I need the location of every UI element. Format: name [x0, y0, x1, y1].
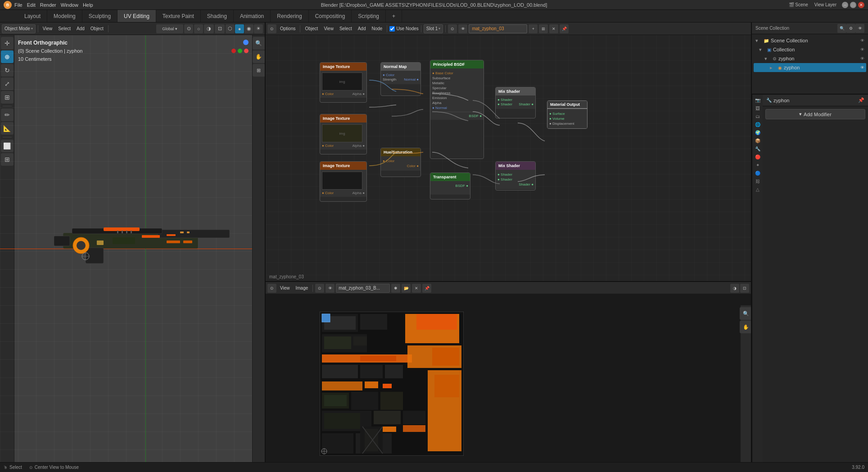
node-principled-bsdf[interactable]: Principled BSDF ● Base Color Subsurface …: [430, 60, 484, 159]
uv-pin2-btn[interactable]: 📌: [422, 284, 431, 293]
snap-btn[interactable]: ⊙: [184, 24, 193, 33]
maximize-button[interactable]: □: [850, 2, 856, 8]
view-layer-props-icon[interactable]: 🗂: [754, 113, 761, 120]
uv-new-btn[interactable]: ✱: [391, 284, 400, 293]
properties-pin-btn[interactable]: 📌: [858, 97, 864, 103]
grid-view-btn[interactable]: ⊞: [253, 64, 265, 77]
output-props-icon[interactable]: 🖼: [754, 104, 761, 112]
outliner-filter-btn[interactable]: 🔍: [837, 24, 846, 33]
physics-props-icon[interactable]: 🔵: [754, 169, 761, 177]
world-props-icon[interactable]: 🌍: [754, 129, 761, 136]
menu-render[interactable]: Render: [40, 2, 56, 8]
outliner-item-collection[interactable]: ▾ ▣ Collection 👁: [754, 45, 866, 54]
uv-image-name[interactable]: mat_zyphon_03_B...: [336, 284, 390, 293]
mat-x-btn[interactable]: ✕: [549, 24, 558, 33]
close-button[interactable]: ✕: [858, 2, 864, 8]
uv-pan-btn[interactable]: ✋: [740, 321, 751, 333]
global-transform-btn[interactable]: Global ▾: [156, 24, 183, 33]
material-preview-btn[interactable]: ◉: [244, 24, 253, 33]
mesh-props-icon[interactable]: △: [754, 186, 761, 193]
object-menu[interactable]: Object: [88, 25, 106, 32]
select-menu[interactable]: Select: [56, 25, 73, 32]
wireframe-btn[interactable]: ⬡: [226, 24, 235, 33]
zyphon-mesh-vis-icon[interactable]: 👁: [860, 65, 864, 70]
node-object-menu[interactable]: Object: [303, 25, 320, 32]
node-lower-1[interactable]: Hue/Saturation ● Color Color ●: [380, 148, 421, 177]
zyphon-group-vis-icon[interactable]: 👁: [860, 56, 864, 61]
shader-props-icon[interactable]: 🔴: [754, 153, 761, 160]
overlay-btn[interactable]: ◑: [204, 24, 214, 33]
mat-sphere-icon[interactable]: ⊙: [448, 24, 457, 33]
grab-tool[interactable]: ✋: [253, 50, 265, 63]
minimize-button[interactable]: ─: [842, 2, 848, 8]
menu-file[interactable]: File: [14, 2, 23, 8]
tab-modeling[interactable]: Modeling: [47, 10, 82, 22]
outliner-visibility-btn[interactable]: 👁: [855, 24, 864, 33]
add-menu[interactable]: Add: [74, 25, 87, 32]
use-nodes-toggle[interactable]: Use Nodes: [389, 26, 418, 32]
slot-dropdown[interactable]: Slot 1 ▾: [424, 24, 443, 33]
node-type-selector[interactable]: ⊙: [267, 24, 276, 33]
tab-layout[interactable]: Layout: [18, 10, 47, 22]
mat-add-btn[interactable]: +: [529, 24, 538, 33]
mat-browse-btn[interactable]: ⊞: [539, 24, 548, 33]
node-add-menu[interactable]: Add: [356, 25, 368, 32]
node-lower-2[interactable]: Transparent BSDF ●: [430, 172, 470, 200]
uv-image-menu[interactable]: Image: [294, 285, 311, 291]
uv-img-sphere[interactable]: ⊙: [315, 284, 324, 293]
uv-display-btn[interactable]: ◑: [730, 284, 739, 293]
material-name-field[interactable]: [469, 24, 527, 33]
particles-props-icon[interactable]: ✦: [754, 161, 761, 168]
node-material-output[interactable]: Material Output ● Surface ● Volume ● Dis…: [547, 100, 588, 129]
tab-plus[interactable]: +: [386, 10, 402, 22]
mat-eye-icon[interactable]: 👁: [458, 24, 467, 33]
xray-btn[interactable]: ⊡: [215, 24, 225, 33]
tab-sculpting[interactable]: Sculpting: [82, 10, 118, 22]
mat-pin-btn[interactable]: 📌: [560, 24, 569, 33]
outliner-settings-btn[interactable]: ⚙: [846, 24, 855, 33]
uv-pin-btn[interactable]: ✕: [412, 284, 421, 293]
uv-view-menu[interactable]: View: [278, 285, 292, 291]
visibility-eye-icon[interactable]: 👁: [860, 38, 864, 43]
node-image-texture-3[interactable]: Image Texture ● Color Alpha ●: [320, 161, 367, 202]
modifier-props-icon active[interactable]: 🔧: [754, 145, 761, 152]
add-modifier-button[interactable]: ▾ Add Modifier: [765, 109, 865, 119]
node-mix-shader[interactable]: Mix Shader ● Shader ● ShaderShader ●: [495, 87, 536, 118]
node-node-menu[interactable]: Node: [369, 25, 384, 32]
rendered-btn[interactable]: ☀: [254, 24, 263, 33]
col-vis-icon[interactable]: 👁: [860, 47, 864, 52]
tab-rendering[interactable]: Rendering: [271, 10, 308, 22]
uv-zoom-btn[interactable]: 🔍: [740, 307, 751, 320]
outliner-item-zyphon-group[interactable]: ▾ ⚙ zyphon 👁: [754, 54, 866, 63]
node-options-menu[interactable]: Options: [278, 25, 298, 32]
tab-texture-paint[interactable]: Texture Paint: [156, 10, 201, 22]
node-image-texture-1[interactable]: Image Texture img ● Color Alpha ●: [320, 62, 367, 103]
proportional-edit-btn[interactable]: ○: [194, 24, 203, 33]
menu-edit[interactable]: Edit: [27, 2, 36, 8]
tab-shading[interactable]: Shading: [201, 10, 234, 22]
tab-compositing[interactable]: Compositing: [309, 10, 352, 22]
menu-window[interactable]: Window: [61, 2, 78, 8]
tab-animation[interactable]: Animation: [234, 10, 271, 22]
scene-props-icon[interactable]: 🌐: [754, 121, 761, 128]
uv-type-selector[interactable]: ⊙: [267, 284, 276, 293]
uv-open-btn[interactable]: 📂: [402, 284, 411, 293]
node-view-menu[interactable]: View: [321, 25, 336, 32]
node-normal-map[interactable]: Normal Map ● Color StrengthNormal ●: [380, 62, 421, 96]
render-props-icon[interactable]: 📷: [754, 96, 761, 104]
constraints-props-icon[interactable]: ⛓: [754, 177, 761, 185]
solid-btn[interactable]: ●: [235, 24, 244, 33]
tab-uv-editing[interactable]: UV Editing: [118, 10, 156, 22]
zoom-in-btn[interactable]: 🔍: [253, 37, 265, 50]
use-nodes-checkbox[interactable]: [389, 26, 395, 32]
object-mode-dropdown[interactable]: Object Mode ▾: [2, 24, 36, 33]
menu-help[interactable]: Help: [83, 2, 93, 8]
object-props-icon[interactable]: 📦: [754, 137, 761, 144]
node-select-menu[interactable]: Select: [337, 25, 354, 32]
view-menu[interactable]: View: [41, 25, 55, 32]
outliner-item-scene-collection[interactable]: ▾ 📁 Scene Collection 👁: [754, 36, 866, 45]
tab-scripting[interactable]: Scripting: [352, 10, 386, 22]
outliner-item-zyphon-mesh[interactable]: ▸ ◉ zyphon 👁: [754, 63, 866, 72]
uv-img-eye[interactable]: 👁: [326, 284, 335, 293]
uv-overlay-btn[interactable]: ⊡: [740, 284, 749, 293]
